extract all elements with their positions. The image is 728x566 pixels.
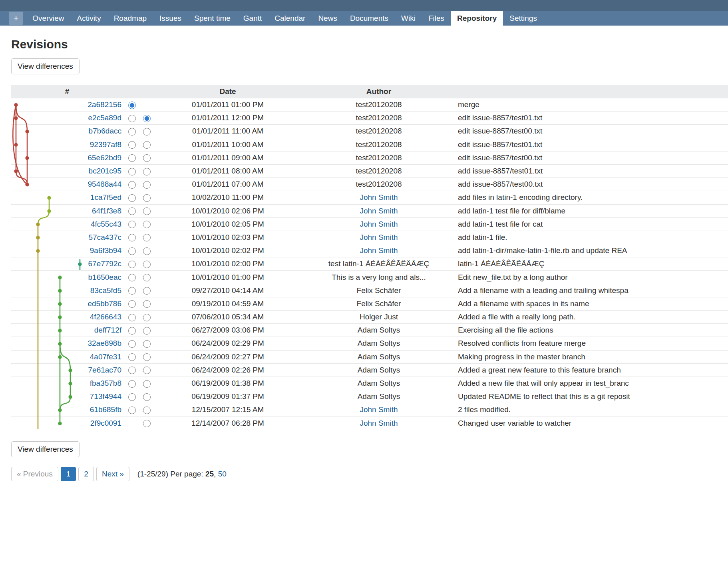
revision-link[interactable]: 61b685fb: [90, 405, 121, 414]
diff-to-radio[interactable]: [143, 221, 151, 228]
diff-to-radio[interactable]: [143, 300, 151, 308]
diff-to-radio[interactable]: [143, 327, 151, 335]
diff-from-radio[interactable]: [128, 340, 136, 348]
revision-link[interactable]: deff712f: [94, 326, 121, 334]
diff-from-radio[interactable]: [128, 221, 136, 228]
pagination-next[interactable]: Next »: [96, 467, 129, 481]
revision-author[interactable]: John Smith: [360, 193, 398, 201]
revision-author[interactable]: John Smith: [360, 405, 398, 414]
revision-link[interactable]: b1650eac: [88, 273, 121, 281]
diff-from-radio[interactable]: [128, 367, 136, 374]
diff-to-radio[interactable]: [143, 234, 151, 241]
revision-link[interactable]: 57ca437c: [89, 233, 121, 241]
diff-from-radio[interactable]: [128, 261, 136, 268]
revision-link[interactable]: 713f4944: [90, 392, 121, 401]
revision-link[interactable]: ed5bb786: [88, 299, 121, 308]
tab-news[interactable]: News: [312, 11, 344, 26]
diff-from-radio[interactable]: [128, 327, 136, 335]
diff-to-radio[interactable]: [143, 141, 151, 149]
diff-to-radio[interactable]: [143, 393, 151, 401]
diff-to-radio[interactable]: [143, 128, 151, 136]
diff-to-radio[interactable]: [143, 168, 151, 175]
tab-spent-time[interactable]: Spent time: [188, 11, 237, 26]
tab-add[interactable]: +: [9, 12, 23, 25]
diff-from-radio[interactable]: [128, 207, 136, 215]
diff-to-radio[interactable]: [143, 115, 151, 122]
diff-from-radio[interactable]: [128, 247, 136, 255]
diff-to-radio[interactable]: [143, 181, 151, 189]
revision-author[interactable]: John Smith: [360, 233, 398, 241]
view-differences-button-top[interactable]: View differences: [11, 58, 80, 74]
diff-to-radio[interactable]: [143, 247, 151, 255]
revision-link[interactable]: 9a6f3b94: [90, 246, 121, 255]
revision-link[interactable]: 67e7792c: [88, 259, 121, 268]
diff-to-radio[interactable]: [143, 380, 151, 388]
tab-documents[interactable]: Documents: [344, 11, 395, 26]
diff-from-radio[interactable]: [128, 141, 136, 149]
revision-link[interactable]: 64f1f3e8: [92, 207, 121, 215]
revision-link[interactable]: 83ca5fd5: [90, 286, 121, 295]
diff-from-radio[interactable]: [128, 102, 136, 109]
revision-link[interactable]: 4fc55c43: [91, 220, 121, 228]
revision-link[interactable]: bc201c95: [89, 167, 121, 175]
revision-link[interactable]: 92397af8: [90, 140, 121, 149]
revision-link[interactable]: 7e61ac70: [88, 366, 121, 374]
pagination-page-2[interactable]: 2: [78, 467, 94, 481]
revision-link[interactable]: 1ca7f5ed: [90, 193, 121, 201]
tab-files[interactable]: Files: [422, 11, 451, 26]
diff-to-radio[interactable]: [143, 274, 151, 281]
tab-wiki[interactable]: Wiki: [395, 11, 422, 26]
revision-link[interactable]: 2f9c0091: [90, 419, 121, 427]
view-differences-button-bottom[interactable]: View differences: [11, 441, 80, 457]
revision-link[interactable]: b7b6dacc: [89, 127, 121, 135]
revision-link[interactable]: 2a682156: [88, 100, 121, 109]
revision-link[interactable]: 95488a44: [88, 180, 121, 188]
diff-to-radio[interactable]: [143, 207, 151, 215]
diff-from-radio[interactable]: [128, 154, 136, 162]
revision-link[interactable]: 65e62bd9: [88, 153, 121, 162]
revision-link[interactable]: e2c5a89d: [88, 114, 121, 122]
tab-repository[interactable]: Repository: [451, 11, 503, 26]
per-page-option-50[interactable]: 50: [218, 470, 227, 478]
tab-issues[interactable]: Issues: [153, 11, 188, 26]
revision-link[interactable]: 32ae898b: [88, 339, 121, 347]
revision-link[interactable]: fba357b8: [90, 379, 121, 387]
diff-to-radio[interactable]: [143, 340, 151, 348]
revision-author[interactable]: John Smith: [360, 207, 398, 215]
diff-to-radio[interactable]: [143, 194, 151, 202]
diff-from-radio[interactable]: [128, 300, 136, 308]
tab-settings[interactable]: Settings: [503, 11, 543, 26]
diff-from-radio[interactable]: [128, 353, 136, 361]
diff-from-radio[interactable]: [128, 194, 136, 202]
diff-from-radio[interactable]: [128, 181, 136, 189]
diff-from-radio[interactable]: [128, 314, 136, 321]
tab-roadmap[interactable]: Roadmap: [107, 11, 153, 26]
diff-from-radio[interactable]: [128, 168, 136, 175]
revision-link[interactable]: 4a07fe31: [90, 353, 121, 361]
tab-overview[interactable]: Overview: [26, 11, 70, 26]
revision-author[interactable]: John Smith: [360, 220, 398, 228]
diff-from-radio[interactable]: [128, 274, 136, 281]
diff-from-radio[interactable]: [128, 115, 136, 122]
revision-author[interactable]: John Smith: [360, 419, 398, 427]
tab-calendar[interactable]: Calendar: [268, 11, 312, 26]
diff-from-radio[interactable]: [128, 128, 136, 136]
diff-to-radio[interactable]: [143, 420, 151, 427]
diff-to-radio[interactable]: [143, 314, 151, 321]
revision-link[interactable]: 4f266643: [90, 313, 121, 321]
diff-from-radio[interactable]: [128, 234, 136, 241]
tab-gantt[interactable]: Gantt: [237, 11, 268, 26]
diff-to-radio[interactable]: [143, 353, 151, 361]
tab-activity[interactable]: Activity: [70, 11, 107, 26]
pagination-page-1[interactable]: 1: [61, 467, 76, 481]
diff-to-radio[interactable]: [143, 261, 151, 268]
diff-to-radio[interactable]: [143, 154, 151, 162]
diff-from-radio[interactable]: [128, 380, 136, 388]
diff-to-radio[interactable]: [143, 287, 151, 295]
diff-to-radio[interactable]: [143, 407, 151, 414]
diff-from-radio[interactable]: [128, 407, 136, 414]
revision-author[interactable]: John Smith: [360, 246, 398, 255]
diff-from-radio[interactable]: [128, 287, 136, 295]
diff-to-radio[interactable]: [143, 367, 151, 374]
diff-from-radio[interactable]: [128, 393, 136, 401]
